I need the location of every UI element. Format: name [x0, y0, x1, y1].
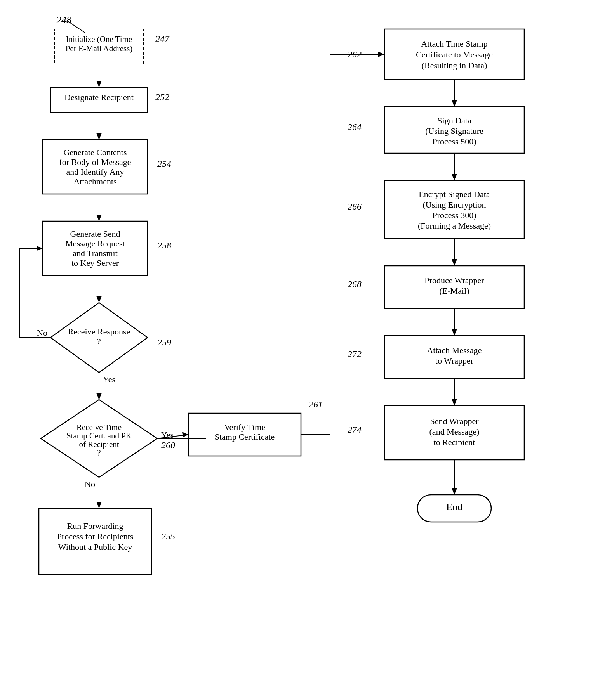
svg-marker-25	[452, 329, 457, 336]
svg-marker-21	[452, 174, 457, 180]
enc-text-3: Process 300)	[432, 210, 476, 220]
rf-text-3: Without a Public Key	[58, 542, 132, 552]
rr-no-label: No	[37, 328, 47, 338]
svg-marker-31	[182, 432, 188, 437]
run-forwarding-box	[39, 508, 151, 574]
gs-text-2: Message Request	[65, 239, 125, 248]
gs-label: 258	[157, 240, 171, 250]
svg-marker-14	[96, 393, 102, 400]
v-text-1: Verify Time	[224, 422, 265, 432]
rr-text-2: ?	[97, 336, 101, 346]
rts-text-1: Receive Time	[76, 423, 122, 432]
gc-text-3: and Identify Any	[66, 167, 124, 177]
gs-text-1: Generate Send	[70, 229, 120, 239]
svg-marker-27	[452, 399, 457, 405]
rf-label: 255	[161, 531, 175, 541]
rr-yes-label: Yes	[103, 374, 115, 384]
flowchart-diagram: 248 Initialize (One Time Per E-Mail Addr…	[0, 0, 612, 700]
sd-text-2: (Using Signature	[425, 126, 483, 136]
rr-text-1: Receive Response	[68, 327, 130, 336]
ats-text-1: Attach Time Stamp	[421, 39, 487, 49]
pw-text-2: (E-Mail)	[440, 286, 469, 296]
gs-text-3: and Transmit	[73, 248, 118, 258]
am-text-1: Attach Message	[427, 345, 482, 355]
init-label: 247	[155, 34, 170, 44]
gc-label: 254	[157, 159, 171, 169]
sw-text-2: (and Message)	[429, 427, 480, 437]
rf-text-1: Run Forwarding	[67, 521, 123, 531]
svg-marker-35	[378, 52, 384, 57]
pw-text-1: Produce Wrapper	[424, 275, 484, 285]
rts-text-3: of Recipient	[79, 440, 119, 449]
svg-marker-29	[452, 488, 457, 495]
rr-label: 259	[157, 337, 171, 347]
am-label: 272	[348, 349, 362, 359]
svg-line-0	[68, 21, 85, 33]
gc-text-2: for Body of Message	[59, 157, 131, 167]
rts-text-4: ?	[97, 448, 101, 457]
svg-marker-6	[96, 215, 102, 221]
rts-label: 260	[161, 440, 175, 450]
gc-text-1: Generate Contents	[63, 147, 127, 157]
rts-no-label: No	[85, 479, 95, 489]
designate-label: 252	[155, 92, 169, 102]
svg-marker-4	[96, 133, 102, 140]
enc-text-2: (Using Encryption	[422, 200, 486, 210]
v-text-2: Stamp Certificate	[215, 432, 275, 442]
sw-label: 274	[348, 425, 362, 435]
sw-text-3: to Recipient	[434, 437, 475, 447]
rts-text-2: Stamp Cert. and PK	[66, 431, 132, 440]
init-text-2: Per E-Mail Address)	[66, 44, 133, 53]
rf-text-2: Process for Recipients	[57, 532, 134, 541]
svg-marker-12	[37, 246, 43, 251]
pw-label: 268	[348, 279, 362, 289]
enc-text-1: Encrypt Signed Data	[419, 189, 490, 199]
svg-marker-2	[96, 81, 102, 87]
diagram-label: 248	[56, 14, 71, 26]
end-text: End	[446, 501, 462, 513]
svg-marker-23	[452, 259, 457, 266]
sd-label: 264	[348, 122, 362, 132]
init-text-1: Initialize (One Time	[66, 35, 132, 44]
svg-marker-8	[96, 296, 102, 303]
enc-label: 266	[348, 201, 362, 211]
ats-text-2: Certificate to Message	[416, 50, 493, 59]
am-text-2: to Wrapper	[435, 356, 474, 366]
ats-text-3: (Resulting in Data)	[422, 61, 487, 70]
gc-text-4: Attachments	[73, 177, 116, 186]
enc-text-4: (Forming a Message)	[418, 221, 491, 230]
v-label: 261	[309, 399, 323, 409]
gs-text-4: to Key Server	[71, 258, 119, 268]
sd-text-1: Sign Data	[437, 116, 471, 125]
svg-marker-17	[96, 502, 102, 508]
sd-text-3: Process 500)	[432, 137, 476, 146]
sw-text-1: Send Wrapper	[430, 416, 479, 426]
designate-text: Designate Recipient	[64, 92, 134, 102]
svg-marker-19	[452, 100, 457, 107]
